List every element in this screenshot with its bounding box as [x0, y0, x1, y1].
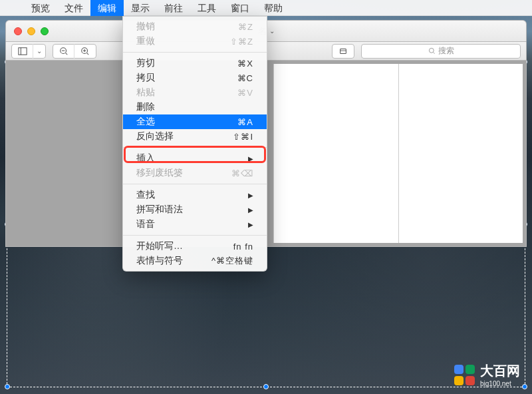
menu-item-label: 重做: [136, 35, 155, 47]
system-menubar: 预览 文件 编辑 显示 前往 工具 窗口 帮助: [0, 0, 532, 16]
submenu-arrow-icon: ▶: [248, 192, 253, 199]
menu-app[interactable]: 预览: [24, 0, 57, 16]
traffic-lights: [6, 27, 49, 35]
menu-shortcut: ⇧⌘Z: [230, 37, 253, 47]
menu-item-查找[interactable]: 查找▶: [123, 188, 267, 202]
menu-item-label: 插入: [136, 152, 155, 164]
menu-item-撤销: 撤销⌘Z: [123, 19, 267, 34]
submenu-arrow-icon: ▶: [248, 155, 253, 162]
menu-shortcut: fn fn: [233, 242, 253, 252]
menu-item-label: 删除: [136, 101, 155, 113]
document-pages: [273, 64, 523, 243]
page-1[interactable]: [273, 64, 398, 243]
menu-file[interactable]: 文件: [57, 0, 90, 16]
menu-item-label: 剪切: [136, 57, 155, 69]
menu-item-label: 表情与符号: [136, 255, 183, 267]
maximize-button[interactable]: [41, 27, 49, 35]
menu-item-移到废纸篓: 移到废纸篓⌘⌫: [123, 166, 267, 180]
edit-menu-dropdown: 撤销⌘Z重做⇧⌘Z剪切⌘X拷贝⌘C粘贴⌘V删除全选⌘A反向选择⇧⌘I插入▶移到废…: [122, 16, 267, 272]
menu-item-label: 移到废纸篓: [136, 167, 183, 179]
menu-item-插入[interactable]: 插入▶: [123, 151, 267, 166]
menu-tools[interactable]: 工具: [190, 0, 223, 16]
menu-item-label: 反向选择: [136, 130, 174, 142]
menu-shortcut: ⇧⌘I: [233, 132, 253, 142]
submenu-arrow-icon: ▶: [248, 206, 253, 214]
menu-item-表情与符号[interactable]: 表情与符号^⌘空格键: [123, 254, 267, 268]
watermark-subtitle: big100.net: [480, 380, 520, 387]
menu-item-重做: 重做⇧⌘Z: [123, 34, 267, 49]
menu-shortcut: ⌘C: [237, 73, 253, 83]
sidebar-toggle-group: ⌄: [11, 44, 46, 59]
menu-item-label: 拷贝: [136, 72, 155, 84]
menu-item-label: 粘贴: [136, 87, 155, 98]
svg-rect-0: [18, 47, 26, 55]
menu-item-label: 语音: [136, 218, 155, 230]
menu-separator: [123, 235, 267, 236]
watermark: 大百网 big100.net: [454, 362, 520, 387]
menu-shortcut: ^⌘空格键: [211, 255, 253, 267]
watermark-logo-icon: [454, 365, 475, 385]
menu-item-label: 查找: [136, 189, 155, 201]
menu-item-label: 开始听写…: [136, 240, 183, 252]
menu-item-语音[interactable]: 语音▶: [123, 217, 267, 232]
zoom-group: [53, 44, 96, 59]
menu-item-全选[interactable]: 全选⌘A: [123, 114, 267, 129]
menu-item-拼写和语法[interactable]: 拼写和语法▶: [123, 202, 267, 217]
svg-line-12: [433, 53, 434, 54]
watermark-title: 大百网: [480, 362, 520, 380]
menu-item-剪切[interactable]: 剪切⌘X: [123, 56, 267, 71]
zoom-out-button[interactable]: [53, 44, 74, 59]
menu-item-label: 拼写和语法: [136, 204, 183, 216]
menu-shortcut: ⌘A: [237, 117, 253, 127]
chevron-down-icon[interactable]: ⌄: [269, 27, 275, 35]
menu-shortcut: ⌘Z: [238, 22, 253, 32]
menu-separator: [123, 147, 267, 148]
menu-shortcut: ⌘X: [237, 59, 253, 69]
menu-go[interactable]: 前往: [157, 0, 190, 16]
menu-separator: [123, 184, 267, 184]
svg-point-11: [429, 48, 434, 53]
menu-view[interactable]: 显示: [124, 0, 157, 16]
menu-item-粘贴: 粘贴⌘V: [123, 85, 267, 100]
minimize-button[interactable]: [27, 27, 35, 35]
search-input[interactable]: 搜索: [361, 44, 521, 59]
svg-line-6: [87, 53, 89, 55]
menu-shortcut: ⌘V: [237, 88, 253, 98]
menu-item-删除[interactable]: 删除: [123, 100, 267, 114]
search-placeholder: 搜索: [438, 45, 454, 57]
submenu-arrow-icon: ▶: [248, 221, 253, 228]
menu-edit[interactable]: 编辑: [90, 0, 124, 16]
sidebar-dropdown-button[interactable]: ⌄: [33, 44, 45, 59]
menu-shortcut: ⌘⌫: [231, 168, 253, 178]
svg-line-3: [65, 53, 67, 55]
sidebar-toggle-button[interactable]: [12, 44, 33, 59]
search-icon: [428, 47, 436, 55]
menu-item-label: 撤销: [136, 21, 155, 33]
zoom-in-button[interactable]: [74, 44, 96, 59]
close-button[interactable]: [14, 27, 22, 35]
menu-separator: [123, 52, 267, 53]
markup-button[interactable]: [332, 44, 354, 59]
markup-group: [332, 44, 354, 59]
menu-item-label: 全选: [136, 116, 155, 128]
menu-item-拷贝[interactable]: 拷贝⌘C: [123, 71, 267, 85]
svg-rect-9: [340, 49, 346, 53]
menu-item-反向选择[interactable]: 反向选择⇧⌘I: [123, 129, 267, 144]
menu-item-开始听写…[interactable]: 开始听写…fn fn: [123, 239, 267, 254]
page-2[interactable]: [398, 64, 523, 243]
menu-window[interactable]: 窗口: [223, 0, 257, 16]
menu-help[interactable]: 帮助: [257, 0, 290, 16]
